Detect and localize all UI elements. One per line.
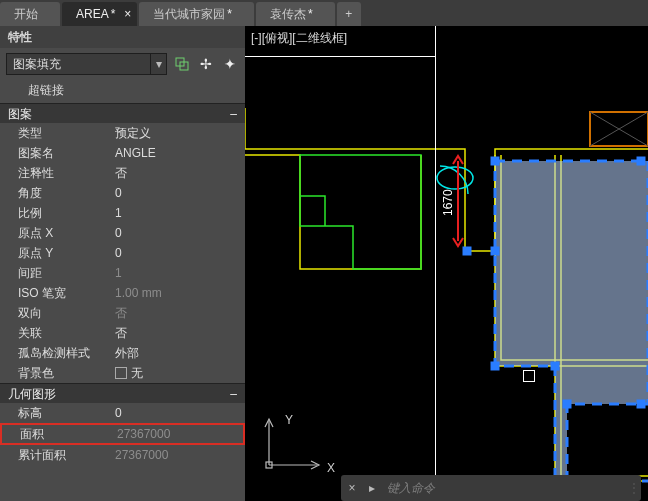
- object-type-value: 图案填充: [6, 53, 151, 75]
- add-tab-button[interactable]: +: [337, 2, 361, 26]
- tab-label: AREA: [76, 7, 109, 21]
- grip[interactable]: [491, 247, 500, 256]
- properties-panel: 特性 图案填充 ▾ ✢ ✦ 超链接 图案– 类型预定义 图案名ANGLE 注释性…: [0, 26, 245, 501]
- row-iso-pen[interactable]: ISO 笔宽1.00 mm: [0, 283, 245, 303]
- row-associative[interactable]: 关联否: [0, 323, 245, 343]
- grip[interactable]: [491, 157, 500, 166]
- tab-label: 袁传杰: [270, 7, 306, 21]
- ucs-y-label: Y: [285, 413, 293, 427]
- hyperlink-row[interactable]: 超链接: [0, 80, 245, 103]
- row-cumulative-area[interactable]: 累计面积27367000: [0, 445, 245, 465]
- crosshair-h: [245, 56, 435, 57]
- viewport-label[interactable]: [-][俯视][二维线框]: [251, 30, 347, 47]
- panel-head: 图案填充 ▾ ✢ ✦: [0, 48, 245, 80]
- chevron-right-icon[interactable]: ▸: [363, 481, 381, 495]
- command-placeholder: 键入命令: [381, 480, 627, 497]
- grip[interactable]: [563, 400, 572, 409]
- ucs-x-label: X: [327, 461, 335, 475]
- tab-start[interactable]: 开始: [0, 2, 60, 26]
- grip[interactable]: [551, 362, 560, 371]
- row-annotative[interactable]: 注释性否: [0, 163, 245, 183]
- quick-select-icon[interactable]: ✦: [221, 55, 239, 73]
- none-swatch-icon: [115, 367, 127, 379]
- grip[interactable]: [637, 157, 646, 166]
- select-objects-icon[interactable]: ✢: [197, 55, 215, 73]
- chevron-down-icon[interactable]: ▾: [151, 53, 167, 75]
- tab-area[interactable]: AREA*×: [62, 2, 137, 26]
- close-icon[interactable]: ×: [341, 481, 363, 495]
- toggle-pickadd-icon[interactable]: [173, 55, 191, 73]
- section-pattern[interactable]: 图案–: [0, 103, 245, 123]
- crosshair-v: [435, 26, 436, 496]
- row-island[interactable]: 孤岛检测样式外部: [0, 343, 245, 363]
- row-scale[interactable]: 比例1: [0, 203, 245, 223]
- row-origin-x[interactable]: 原点 X0: [0, 223, 245, 243]
- tab-city[interactable]: 当代城市家园*: [139, 2, 254, 26]
- grip[interactable]: [463, 247, 472, 256]
- row-origin-y[interactable]: 原点 Y0: [0, 243, 245, 263]
- grip[interactable]: [637, 400, 646, 409]
- panel-title: 特性: [0, 26, 245, 48]
- document-tabbar: 开始 AREA*× 当代城市家园* 袁传杰* +: [0, 0, 648, 26]
- row-double[interactable]: 双向否: [0, 303, 245, 323]
- cursor-pickbox: [523, 370, 535, 382]
- row-elevation[interactable]: 标高0: [0, 403, 245, 423]
- tab-yuan[interactable]: 袁传杰*: [256, 2, 335, 26]
- row-angle[interactable]: 角度0: [0, 183, 245, 203]
- collapse-icon: –: [230, 104, 237, 124]
- main-row: 特性 图案填充 ▾ ✢ ✦ 超链接 图案– 类型预定义 图案名ANGLE 注释性…: [0, 26, 648, 501]
- row-pattern-name[interactable]: 图案名ANGLE: [0, 143, 245, 163]
- ucs-icon[interactable]: Y X: [257, 415, 327, 475]
- resize-grip-icon[interactable]: ⋮: [627, 481, 641, 495]
- drawing-canvas[interactable]: [-][俯视][二维线框]: [245, 26, 648, 501]
- row-type[interactable]: 类型预定义: [0, 123, 245, 143]
- tab-label: 当代城市家园: [153, 7, 225, 21]
- app-window: 开始 AREA*× 当代城市家园* 袁传杰* + 特性 图案填充 ▾ ✢ ✦ 超…: [0, 0, 648, 501]
- section-label: 图案: [8, 104, 32, 124]
- collapse-icon: –: [230, 384, 237, 404]
- close-icon[interactable]: ×: [124, 2, 131, 26]
- grip[interactable]: [491, 362, 500, 371]
- row-spacing[interactable]: 间距1: [0, 263, 245, 283]
- command-line[interactable]: × ▸ 键入命令 ⋮: [341, 475, 641, 501]
- row-area[interactable]: 面积27367000: [0, 423, 245, 445]
- section-geometry[interactable]: 几何图形–: [0, 383, 245, 403]
- row-background[interactable]: 背景色无: [0, 363, 245, 383]
- object-type-select[interactable]: 图案填充 ▾: [6, 53, 167, 75]
- tab-label: 开始: [14, 7, 38, 21]
- dimension-text: 1670: [441, 189, 455, 216]
- section-label: 几何图形: [8, 384, 56, 404]
